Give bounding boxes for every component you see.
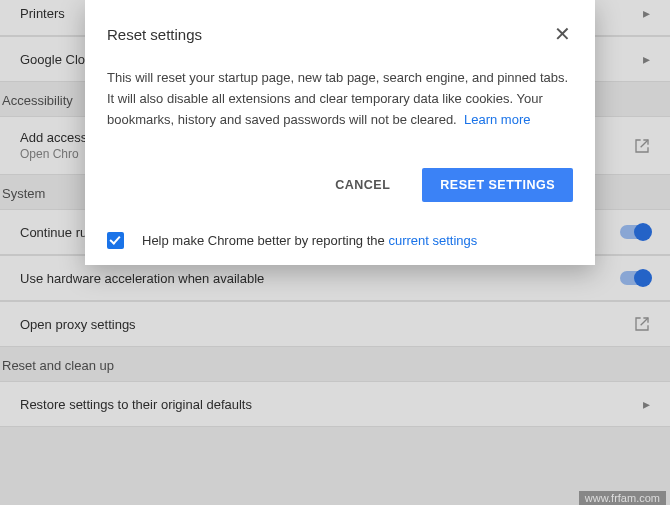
cancel-button[interactable]: CANCEL (317, 168, 408, 202)
dialog-actions: CANCEL RESET SETTINGS (107, 168, 573, 202)
reset-settings-button[interactable]: RESET SETTINGS (422, 168, 573, 202)
footer-prefix: Help make Chrome better by reporting the (142, 233, 388, 248)
dialog-header: Reset settings ✕ (107, 22, 573, 46)
close-icon[interactable]: ✕ (552, 22, 573, 46)
dialog-body: This will reset your startup page, new t… (107, 68, 573, 130)
reset-settings-dialog: Reset settings ✕ This will reset your st… (85, 0, 595, 265)
report-checkbox[interactable] (107, 232, 124, 249)
footer-text: Help make Chrome better by reporting the… (142, 233, 477, 248)
current-settings-link[interactable]: current settings (388, 233, 477, 248)
dialog-title: Reset settings (107, 26, 202, 43)
learn-more-link[interactable]: Learn more (464, 112, 530, 127)
watermark: www.frfam.com (579, 491, 666, 505)
dialog-footer: Help make Chrome better by reporting the… (107, 232, 573, 249)
